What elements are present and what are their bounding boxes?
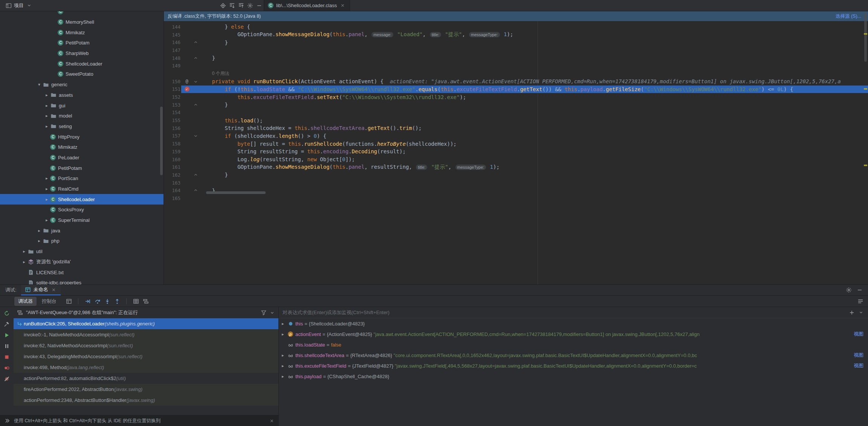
view-link[interactable]: 视图 <box>854 331 863 337</box>
fold-up-icon[interactable] <box>192 173 199 177</box>
code-line[interactable]: 163 <box>164 179 868 187</box>
variable-row[interactable]: ▸this.payload={CShapShell_Cache@4828} <box>279 371 868 382</box>
chevron-right-icon[interactable]: ▸ <box>43 113 50 118</box>
chevron-right-icon[interactable]: ▸ <box>282 353 288 358</box>
project-scrollbar[interactable] <box>160 107 163 175</box>
hide-debug-panel-icon[interactable] <box>856 287 863 293</box>
code-line[interactable]: 146 } <box>164 38 868 46</box>
tree-item[interactable]: CMimikatz <box>0 27 164 38</box>
collapse-all-icon[interactable] <box>238 2 244 9</box>
resume-icon[interactable] <box>4 332 10 338</box>
chevron-right-icon[interactable]: ▸ <box>282 374 288 379</box>
debug-settings-gear-icon[interactable] <box>845 287 852 293</box>
code-line[interactable]: 164 } <box>164 186 868 194</box>
code-line[interactable]: 154 <box>164 109 868 117</box>
chevron-right-icon[interactable]: ▸ <box>36 228 43 233</box>
evaluate-expression-field[interactable]: 对表达式求值(Enter)或添加监视(Ctrl+Shift+Enter) <box>279 307 868 318</box>
close-session-icon[interactable] <box>50 287 57 293</box>
tree-item[interactable]: ▸gui <box>0 100 164 111</box>
chevron-right-icon[interactable]: ▸ <box>43 93 50 98</box>
variable-row[interactable]: ▸this.excuteFileTextField={JTextField@48… <box>279 360 868 371</box>
code-line[interactable]: 147 <box>164 46 868 54</box>
tree-item[interactable]: CPeLoader <box>0 153 164 163</box>
code-line[interactable]: 152 this.excuteFileTextField.setText("C:… <box>164 93 868 101</box>
chevron-right-icon[interactable]: ▸ <box>36 238 43 243</box>
code-line[interactable]: 158 byte[] result = this.runShellcode(fu… <box>164 140 868 148</box>
expand-hint-icon[interactable] <box>4 418 10 424</box>
step-into-icon[interactable] <box>104 298 110 304</box>
filter-frames-icon[interactable] <box>260 310 267 316</box>
chevron-right-icon[interactable]: ▸ <box>21 260 28 264</box>
tree-item[interactable]: ▸util <box>0 246 164 257</box>
close-tab-icon[interactable] <box>339 2 346 9</box>
code-line[interactable]: 144 } else { <box>164 23 868 31</box>
tree-item[interactable]: C <box>0 11 164 17</box>
tree-item[interactable]: CSocksProxy <box>0 205 164 215</box>
tree-item[interactable]: CHttpProxy <box>0 131 164 142</box>
usages-hint-line[interactable]: 0 个用法 <box>164 70 868 78</box>
fold-up-icon[interactable] <box>192 40 199 45</box>
tree-item[interactable]: CMimikatz <box>0 142 164 153</box>
chevron-right-icon[interactable]: ▸ <box>43 103 50 108</box>
fold-down-icon[interactable] <box>192 133 199 138</box>
tree-item[interactable]: ▸java <box>0 225 164 236</box>
project-tool-window-button[interactable]: 项目 <box>0 0 36 11</box>
execution-line[interactable]: 151✓ if (!this.loadState && "C:\\Windows… <box>164 86 868 93</box>
locate-file-icon[interactable] <box>220 2 226 9</box>
step-out-icon[interactable] <box>114 298 120 304</box>
fold-up-icon[interactable] <box>192 188 199 193</box>
tree-item[interactable]: ▸CSuperTerminal <box>0 215 164 226</box>
code-line[interactable]: 162 } <box>164 171 868 179</box>
code-line[interactable]: 153 } <box>164 101 868 109</box>
chevron-right-icon[interactable]: ▸ <box>282 363 288 368</box>
tree-item[interactable]: ▸seting <box>0 121 164 132</box>
tree-item[interactable]: sqlite-jdbc.properties <box>0 278 164 284</box>
tab-console[interactable]: 控制台 <box>38 297 60 306</box>
tree-item[interactable]: ▸assets <box>0 90 164 101</box>
hide-panel-icon[interactable] <box>256 2 262 9</box>
tree-item[interactable]: LICENSE.txt <box>0 267 164 278</box>
editor-tab[interactable]: C lib\...\ShellcodeLoader.class <box>264 0 350 11</box>
expand-all-icon[interactable] <box>229 2 235 9</box>
chevron-right-icon[interactable]: ▸ <box>43 124 50 129</box>
variable-row[interactable]: ▸this={ShellcodeLoader@4823} <box>279 318 868 329</box>
threads-view-icon[interactable] <box>142 298 149 304</box>
choose-sources-link[interactable]: 选择源 (S)... <box>836 13 861 20</box>
code-area[interactable]: 144 } else {145 GOptionPane.showMessageD… <box>164 21 868 284</box>
code-line[interactable]: 150@ private void runButtonClick(ActionE… <box>164 78 868 86</box>
frame-row[interactable]: invoke:43, DelegatingMethodAccessorImpl … <box>14 351 278 362</box>
show-execution-point-icon[interactable] <box>84 298 91 304</box>
layout-options-icon[interactable] <box>857 298 863 304</box>
code-line[interactable]: 159 String resultString = this.encoding.… <box>164 148 868 156</box>
code-line[interactable]: 157 if (shellcodeHex.length() > 0) { <box>164 132 868 140</box>
editor-hscrollbar[interactable] <box>206 191 266 194</box>
tree-item[interactable]: ▸model <box>0 111 164 121</box>
rerun-icon[interactable] <box>4 310 10 316</box>
restore-layout-icon[interactable] <box>66 298 72 304</box>
code-line[interactable]: 155 this.load(); <box>164 116 868 124</box>
tree-item[interactable]: ▾generic <box>0 79 164 90</box>
tree-item[interactable]: CMemoryShell <box>0 17 164 27</box>
fold-down-icon[interactable] <box>192 79 199 84</box>
frame-row[interactable]: invoke0:-1, NativeMethodAccessorImpl (su… <box>14 329 278 340</box>
frame-row[interactable]: actionPerformed:2348, AbstractButton$Han… <box>14 395 278 406</box>
tree-item[interactable]: ▸CRealCmd <box>0 184 164 194</box>
view-as-grid-icon[interactable] <box>133 298 139 304</box>
add-watch-icon[interactable] <box>848 309 855 316</box>
code-line[interactable]: 149 <box>164 62 868 70</box>
thread-selector[interactable]: "AWT-EventQueue-0"@2,986 在组"main": 正在运行 <box>14 307 278 318</box>
tree-item[interactable]: ▸php <box>0 236 164 246</box>
mute-breakpoints-icon[interactable] <box>4 376 10 382</box>
chevron-right-icon[interactable]: ▸ <box>43 197 50 202</box>
chevron-right-icon[interactable]: ▸ <box>282 321 288 326</box>
settings-gear-icon[interactable] <box>247 2 253 9</box>
frame-row[interactable]: actionPerformed:82, automaticBindClick$2… <box>14 373 278 384</box>
close-hint-icon[interactable] <box>269 418 275 424</box>
thread-dropdown-icon[interactable] <box>269 310 275 316</box>
frame-row[interactable]: runButtonClick:205, ShellcodeLoader (she… <box>14 318 278 329</box>
code-line[interactable]: 160 Log.log(resultString, new Object[0])… <box>164 156 868 163</box>
code-line[interactable]: 165 <box>164 194 868 202</box>
code-line[interactable]: 156 String shellcodeHex = this.shellcode… <box>164 124 868 132</box>
debug-session-tab[interactable]: 未命名 <box>21 285 61 295</box>
tree-item[interactable]: ▸CShellcodeLoader <box>0 194 164 205</box>
